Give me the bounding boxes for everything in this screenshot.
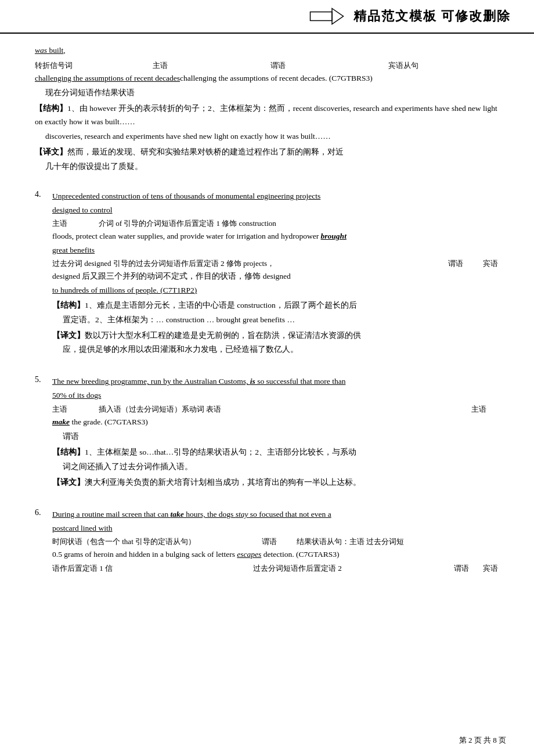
- section-4: 4. Unprecedented construction of tens of…: [35, 190, 506, 359]
- item4-line2: designed to control: [52, 204, 506, 217]
- main-content: was built, 转折信号词 主语 谓语 宾语从句 challenging …: [0, 44, 534, 575]
- item-6-body: During a routine mail screen that can ta…: [52, 508, 506, 575]
- item5-jiegou-label: 【结构】: [52, 448, 85, 456]
- item6-g2-1: 语作后置定语 1 信: [52, 562, 253, 575]
- item4-underline1: Unprecedented construction of tens of th…: [52, 192, 320, 200]
- item-6-number: 6.: [35, 508, 52, 575]
- item4-yiwen-p2: 应，提供足够的水用以农田灌溉和水力发电，已经造福了数亿人。: [52, 343, 506, 357]
- item4-jiegou-text: 1、难点是主语部分元长，主语的中心语是 construction，后跟了两个超长…: [85, 301, 357, 309]
- item4-yiwen-p1: 【译文】数以万计大型水利工程的建造是史无前例的，旨在防洪，保证清洁水资源的供: [52, 329, 506, 343]
- gr-col4: 宾语从句: [388, 59, 506, 72]
- jiegou-p: 【结构】1、由 however 开头的表示转折的句子；2、主体框架为：然而，re…: [35, 102, 506, 129]
- gr-col3: 谓语: [270, 59, 388, 72]
- item-5: 5. The new breeding programme, run by th…: [35, 375, 506, 492]
- page-footer: 第 2 页 共 8 页: [459, 735, 506, 746]
- yiwen-block: 【译文】然而，最近的发现、研究和实验结果对铁桥的建造过程作出了新的阐释，对近 几…: [35, 146, 506, 174]
- arrow-icon: [309, 6, 344, 27]
- item-5-body: The new breeding programme, run by the A…: [52, 375, 506, 492]
- item6-grammar2: 语作后置定语 1 信 过去分词短语作后置定语 2 谓语 宾语: [52, 562, 506, 575]
- item6-g2: 谓语: [262, 535, 297, 548]
- item4-jiegou-p2: 置定语。2、主体框架为：… construction … brought gre…: [52, 314, 506, 327]
- item6-g2-4: 宾语: [483, 562, 506, 575]
- item5-new-breeding: The new breeding programme, run by the A…: [52, 377, 345, 386]
- item5-jiegou-p2: 词之间还插入了过去分词作插入语。: [52, 460, 506, 474]
- item6-line3: 0.5 grams of heroin and hidden in a bulg…: [52, 548, 506, 561]
- item4-line6: to hundreds of millions of people. (C7T1…: [52, 284, 506, 297]
- jiegou-p2: discoveries, research and experiments ha…: [35, 130, 506, 143]
- item6-during: During a routine mail screen that can ta…: [52, 510, 331, 519]
- item4-g2: 介词 of 引导的介词短语作后置定语 1 修饰 construction: [99, 217, 506, 230]
- item5-make: make: [52, 417, 70, 426]
- section-5: 5. The new breeding programme, run by th…: [35, 375, 506, 492]
- item-4-body: Unprecedented construction of tens of th…: [52, 190, 506, 359]
- item4-jiegou-label: 【结构】: [52, 301, 85, 309]
- item5-jiegou-p1: 【结构】1、主体框架是 so…that…引导的结果状语从句；2、主语部分比较长，…: [52, 446, 506, 459]
- item5-grammar2: 谓语: [52, 430, 506, 444]
- item6-g2-2: 过去分词短语作后置定语 2: [253, 562, 454, 575]
- jiegou-text: 1、由 however 开头的表示转折的句子；2、主体框架为：然而，recent…: [35, 104, 497, 126]
- item5-yiwen-p1: 【译文】澳大利亚海关负责的新犬培育计划相当成功，其培育出的狗有一半以上达标。: [52, 476, 506, 489]
- item5-g2: 插入语（过去分词短语）系动词 表语: [99, 403, 471, 416]
- item5-jiegou-text: 1、主体框架是 so…that…引导的结果状语从句；2、主语部分比较长，与系动: [85, 448, 356, 456]
- built-text: built: [47, 46, 63, 55]
- item6-grammar1: 时间状语（包含一个 that 引导的定语从句） 谓语 结果状语从句：主语 过去分…: [52, 535, 506, 548]
- item5-yiwen-label: 【译文】: [52, 478, 85, 487]
- item4-jiegou: 【结构】1、难点是主语部分元长，主语的中心语是 construction，后跟了…: [52, 299, 506, 327]
- section-top: was built, 转折信号词 主语 谓语 宾语从句 challenging …: [35, 44, 506, 174]
- gr-col2: 主语: [153, 59, 270, 72]
- item5-g3: 主语: [471, 403, 506, 416]
- item5-g1: 主语: [52, 403, 99, 416]
- jiegou-label: 【结构】: [35, 104, 67, 113]
- item5-yiwen: 【译文】澳大利亚海关负责的新犬培育计划相当成功，其培育出的狗有一半以上达标。: [52, 476, 506, 489]
- item4-yiwen-label: 【译文】: [52, 331, 85, 340]
- item4-grammar2: 过去分词 designed 引导的过去分词短语作后置定语 2 修饰 projec…: [52, 257, 506, 270]
- item6-detection: detection. (C7GTARS3): [261, 550, 339, 559]
- item5-line1: The new breeding programme, run by the A…: [52, 375, 506, 388]
- item5-the-grade: the grade. (C7GTARS3): [70, 417, 148, 426]
- item5-is: is: [250, 377, 255, 386]
- yiwen-p2: 几十年的假设提出了质疑。: [35, 160, 506, 174]
- header: 精品范文模板 可修改删除: [0, 0, 534, 34]
- item-5-number: 5.: [35, 375, 52, 492]
- item-4: 4. Unprecedented construction of tens of…: [35, 190, 506, 359]
- was-built-line: was built,: [35, 44, 506, 57]
- item4-line4: great benefits: [52, 244, 506, 257]
- header-title: 精品范文模板 可修改删除: [353, 8, 511, 25]
- item-4-number: 4.: [35, 190, 52, 359]
- page: 精品范文模板 可修改删除 was built, 转折信号词 主语 谓语 宾语从句…: [0, 0, 534, 756]
- cn-state: 现在分词短语作结果状语: [35, 87, 506, 100]
- was-text: was: [35, 46, 47, 55]
- item4-line3-pre: floods, protect clean water supplies, an…: [52, 232, 321, 240]
- item4-underline2: designed to control: [52, 206, 112, 214]
- item-6: 6. During a routine mail screen that can…: [35, 508, 506, 575]
- svg-marker-1: [332, 9, 344, 24]
- item6-0-5grams: 0.5 grams of heroin and hidden in a bulg…: [52, 550, 237, 559]
- item4-to-hundreds: to hundreds of millions of people. (C7T1…: [52, 286, 197, 294]
- item5-grammar1: 主语 插入语（过去分词短语）系动词 表语 主语: [52, 403, 506, 416]
- item5-line3: make the grade. (C7GTARS3): [52, 416, 506, 429]
- item4-g2-1: 过去分词 designed 引导的过去分词短语作后置定语 2 修饰 projec…: [52, 257, 448, 270]
- item6-line1: During a routine mail screen that can ta…: [52, 508, 506, 521]
- item5-yiwen-text: 澳大利亚海关负责的新犬培育计划相当成功，其培育出的狗有一半以上达标。: [85, 478, 361, 487]
- item6-postcard: postcard lined with: [52, 524, 112, 532]
- item4-great-benefits: great benefits: [52, 246, 95, 254]
- item4-line5: designed 后又跟三个并列的动词不定式，作目的状语，修饰 designed: [52, 270, 506, 283]
- item6-take: take: [171, 510, 184, 519]
- item4-grammar1: 主语 介词 of 引导的介词短语作后置定语 1 修饰 construction: [52, 217, 506, 230]
- item6-stay: stay: [236, 510, 248, 519]
- grammar-row-top: 转折信号词 主语 谓语 宾语从句: [35, 59, 506, 72]
- item4-brought: brought: [321, 232, 347, 240]
- item6-line2: postcard lined with: [52, 522, 506, 535]
- gr-col1: 转折信号词: [35, 59, 153, 72]
- item4-g2-3: 宾语: [483, 257, 506, 270]
- item4-jiegou-p1: 【结构】1、难点是主语部分元长，主语的中心语是 construction，后跟了…: [52, 299, 506, 312]
- yiwen-p1: 【译文】然而，最近的发现、研究和实验结果对铁桥的建造过程作出了新的阐释，对近: [35, 146, 506, 159]
- item4-g1: 主语: [52, 217, 99, 230]
- item5-jiegou: 【结构】1、主体框架是 so…that…引导的结果状语从句；2、主语部分比较长，…: [52, 446, 506, 474]
- item4-line1: Unprecedented construction of tens of th…: [52, 190, 506, 203]
- item6-g1: 时间状语（包含一个 that 引导的定语从句）: [52, 535, 262, 548]
- item4-yiwen: 【译文】数以万计大型水利工程的建造是史无前例的，旨在防洪，保证清洁水资源的供 应…: [52, 329, 506, 357]
- item6-g3: 结果状语从句：主语 过去分词短: [297, 535, 506, 548]
- item5-line2: 50% of its dogs: [52, 389, 506, 402]
- item4-line3: floods, protect clean water supplies, an…: [52, 230, 506, 243]
